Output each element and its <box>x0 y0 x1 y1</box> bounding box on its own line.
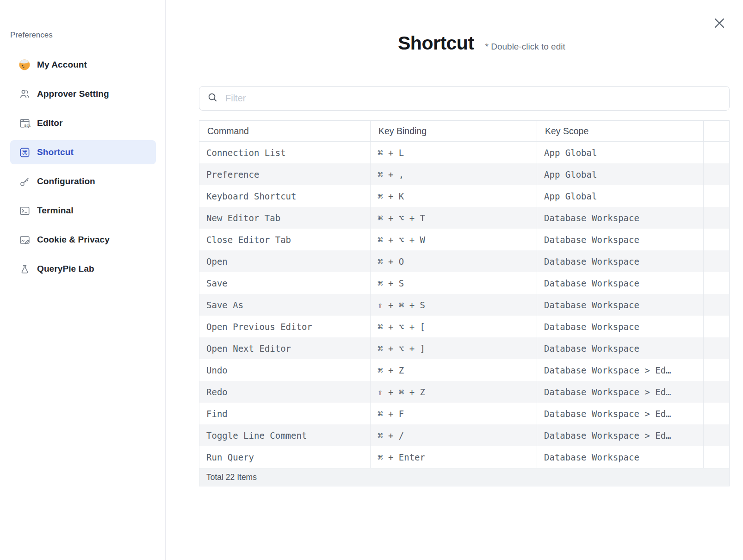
table-row[interactable]: Redo⇧ + ⌘ + ZDatabase Workspace > Ed… <box>199 381 729 403</box>
cell-scope[interactable]: Database Workspace <box>537 207 704 229</box>
table-row[interactable]: Run Query⌘ + EnterDatabase Workspace <box>199 446 729 468</box>
cell-command[interactable]: Open Previous Editor <box>199 316 371 337</box>
cell-scope[interactable]: Database Workspace <box>537 250 704 272</box>
cell-empty <box>704 294 729 316</box>
cell-command[interactable]: New Editor Tab <box>199 207 371 229</box>
table-row[interactable]: Open⌘ + ODatabase Workspace <box>199 250 729 272</box>
cell-binding[interactable]: ⌘ + L <box>371 142 537 163</box>
users-icon <box>19 88 31 100</box>
sidebar-item-querypie-lab[interactable]: QueryPie Lab <box>10 257 156 281</box>
cell-command[interactable]: Redo <box>199 381 371 403</box>
table-row[interactable]: Undo⌘ + ZDatabase Workspace > Ed… <box>199 359 729 381</box>
table-row[interactable]: Open Next Editor⌘ + ⌥ + ]Database Worksp… <box>199 337 729 359</box>
cell-command[interactable]: Preference <box>199 163 371 185</box>
cell-binding[interactable]: ⌘ + S <box>371 272 537 294</box>
sidebar-item-my-account[interactable]: My Account <box>10 53 156 77</box>
cell-command[interactable]: Keyboard Shortcut <box>199 185 371 207</box>
column-header-key-scope: Key Scope <box>537 121 704 141</box>
sidebar-item-label: Editor <box>37 118 63 128</box>
cell-empty <box>704 272 729 294</box>
sidebar-item-shortcut[interactable]: ⌘ Shortcut <box>10 140 156 164</box>
cell-binding[interactable]: ⇧ + ⌘ + Z <box>371 381 537 403</box>
cell-scope[interactable]: Database Workspace > Ed… <box>537 381 704 403</box>
cell-scope[interactable]: App Global <box>537 163 704 185</box>
total-items-label: Total 22 Items <box>206 473 257 482</box>
cell-empty <box>704 316 729 337</box>
cell-scope[interactable]: Database Workspace <box>537 229 704 250</box>
cell-binding[interactable]: ⌘ + O <box>371 250 537 272</box>
cell-command[interactable]: Connection List <box>199 142 371 163</box>
cell-binding[interactable]: ⌘ + , <box>371 163 537 185</box>
cell-scope[interactable]: Database Workspace <box>537 316 704 337</box>
cell-binding[interactable]: ⌘ + ⌥ + W <box>371 229 537 250</box>
cell-binding[interactable]: ⌘ + Z <box>371 359 537 381</box>
cell-binding[interactable]: ⌘ + ⌥ + T <box>371 207 537 229</box>
cell-command[interactable]: Save <box>199 272 371 294</box>
table-row[interactable]: Connection List⌘ + LApp Global <box>199 142 729 163</box>
cell-empty <box>704 250 729 272</box>
cell-binding[interactable]: ⌘ + ⌥ + [ <box>371 316 537 337</box>
svg-text:SQL: SQL <box>24 124 31 128</box>
sidebar-item-label: Terminal <box>37 205 74 216</box>
cell-empty <box>704 446 729 468</box>
table-row[interactable]: Open Previous Editor⌘ + ⌥ + [Database Wo… <box>199 316 729 337</box>
filter-box <box>199 86 730 111</box>
sidebar-item-editor[interactable]: SQL Editor <box>10 111 156 135</box>
cell-scope[interactable]: Database Workspace <box>537 446 704 468</box>
cell-binding[interactable]: ⇧ + ⌘ + S <box>371 294 537 316</box>
cell-binding[interactable]: ⌘ + F <box>371 403 537 424</box>
shortcut-table: Command Key Binding Key Scope Connection… <box>199 120 730 486</box>
table-row[interactable]: Preference⌘ + ,App Global <box>199 163 729 185</box>
cell-scope[interactable]: Database Workspace > Ed… <box>537 403 704 424</box>
cell-command[interactable]: Close Editor Tab <box>199 229 371 250</box>
cell-empty <box>704 229 729 250</box>
sidebar-section-label: Preferences <box>10 31 53 40</box>
cell-command[interactable]: Undo <box>199 359 371 381</box>
table-row[interactable]: Save⌘ + SDatabase Workspace <box>199 272 729 294</box>
table-row[interactable]: Close Editor Tab⌘ + ⌥ + WDatabase Worksp… <box>199 229 729 250</box>
cell-scope[interactable]: Database Workspace <box>537 294 704 316</box>
cell-command[interactable]: Run Query <box>199 446 371 468</box>
cell-empty <box>704 381 729 403</box>
cell-command[interactable]: Open <box>199 250 371 272</box>
cell-command[interactable]: Find <box>199 403 371 424</box>
cell-command[interactable]: Open Next Editor <box>199 337 371 359</box>
table-row[interactable]: Save As⇧ + ⌘ + SDatabase Workspace <box>199 294 729 316</box>
page-title: Shortcut <box>398 32 474 54</box>
table-row[interactable]: Find⌘ + FDatabase Workspace > Ed… <box>199 403 729 424</box>
cell-empty <box>704 424 729 446</box>
search-icon <box>207 92 224 105</box>
table-footer: Total 22 Items <box>199 468 729 486</box>
cell-scope[interactable]: Database Workspace <box>537 337 704 359</box>
cell-empty <box>704 185 729 207</box>
edit-hint: * Double-click to edit <box>485 42 565 52</box>
sidebar-item-configuration[interactable]: Configuration <box>10 169 156 193</box>
svg-text:⌘: ⌘ <box>21 149 28 156</box>
cell-scope[interactable]: Database Workspace > Ed… <box>537 359 704 381</box>
close-button[interactable] <box>708 12 731 35</box>
cell-empty <box>704 207 729 229</box>
cell-command[interactable]: Toggle Line Comment <box>199 424 371 446</box>
cell-scope[interactable]: Database Workspace <box>537 272 704 294</box>
table-header-row: Command Key Binding Key Scope <box>199 121 729 142</box>
cell-binding[interactable]: ⌘ + K <box>371 185 537 207</box>
sidebar-item-terminal[interactable]: Terminal <box>10 199 156 223</box>
table-row[interactable]: New Editor Tab⌘ + ⌥ + TDatabase Workspac… <box>199 207 729 229</box>
sidebar-item-approver-setting[interactable]: Approver Setting <box>10 82 156 106</box>
table-row[interactable]: Toggle Line Comment⌘ + /Database Workspa… <box>199 424 729 446</box>
cell-binding[interactable]: ⌘ + / <box>371 424 537 446</box>
cell-scope[interactable]: App Global <box>537 185 704 207</box>
sidebar-item-cookie-privacy[interactable]: Cookie & Privacy <box>10 228 156 252</box>
cell-command[interactable]: Save As <box>199 294 371 316</box>
avatar-icon <box>19 59 31 71</box>
close-icon <box>712 16 727 32</box>
cell-empty <box>704 337 729 359</box>
filter-input[interactable] <box>224 93 723 104</box>
preferences-sidebar: Preferences My Account Approver Setting … <box>0 0 166 560</box>
table-row[interactable]: Keyboard Shortcut⌘ + KApp Global <box>199 185 729 207</box>
cell-binding[interactable]: ⌘ + ⌥ + ] <box>371 337 537 359</box>
cell-scope[interactable]: App Global <box>537 142 704 163</box>
cell-binding[interactable]: ⌘ + Enter <box>371 446 537 468</box>
cell-scope[interactable]: Database Workspace > Ed… <box>537 424 704 446</box>
panel-header: Shortcut * Double-click to edit <box>398 32 565 54</box>
